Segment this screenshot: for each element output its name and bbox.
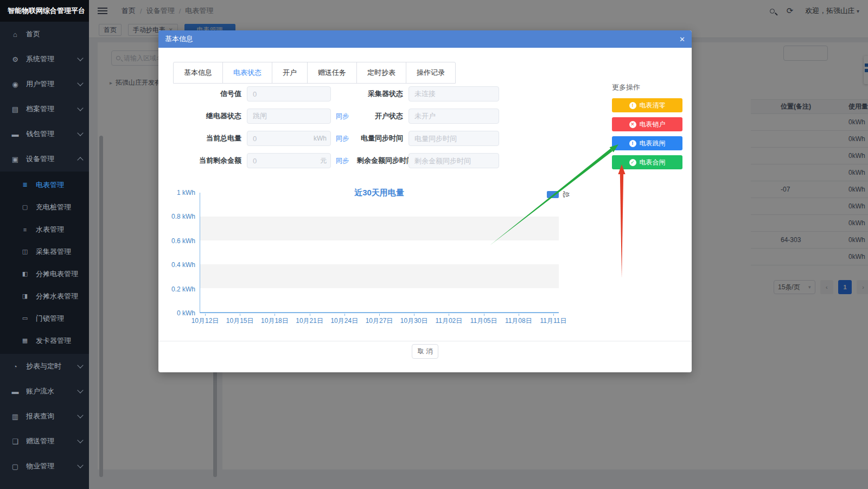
- sidebar-item-property[interactable]: ▢物业管理: [0, 454, 89, 479]
- unit-suffix: 元: [320, 153, 327, 168]
- x-axis-label: 10月12日: [188, 316, 222, 326]
- app-logo: 智能物联网综合管理平台: [0, 0, 89, 22]
- sidebar-item-card-issuer[interactable]: ▦发卡器管理: [0, 329, 89, 352]
- field-继电器状态: [247, 109, 331, 124]
- input-采集器状态[interactable]: [409, 86, 499, 101]
- shared-water-meter-icon: ◨: [21, 293, 29, 300]
- input-剩余金额同步时间[interactable]: [409, 153, 499, 168]
- sidebar-item-label: 分摊电表管理: [36, 269, 82, 279]
- x-axis-label: 11月05日: [467, 316, 501, 326]
- legend-swatch: [547, 191, 559, 198]
- x-axis-tick: [344, 314, 345, 316]
- field-label: 当前总电量: [158, 134, 247, 143]
- sidebar-item-label: 账户流水: [26, 386, 78, 396]
- sidebar-item-dashboard[interactable]: ⌂首页: [0, 22, 89, 47]
- op-button-电表销户[interactable]: ✕电表销户: [612, 117, 682, 131]
- tab-定时抄表[interactable]: 定时抄表: [357, 62, 406, 83]
- app-root: 智能物联网综合管理平台 ⌂首页⚙系统管理◉用户管理▤档案管理▬钱包管理▣设备管理…: [0, 0, 868, 489]
- user-icon: ◉: [11, 80, 20, 88]
- gift-icon: ❑: [11, 437, 20, 446]
- chart-plot-area: [200, 193, 559, 313]
- sidebar-item-meter-reading-timer[interactable]: ◔抄表与定时: [0, 354, 89, 379]
- sidebar-item-wallet[interactable]: ▬钱包管理: [0, 122, 89, 147]
- y-axis-label: 0.2 kWh: [163, 285, 195, 293]
- form-row: 继电器状态同步开户状态: [158, 109, 576, 124]
- sidebar-item-collector[interactable]: ◫采集器管理: [0, 240, 89, 263]
- x-axis-tick: [414, 314, 414, 316]
- y-axis-label: 0.4 kWh: [163, 261, 195, 269]
- chart-band: [200, 264, 559, 288]
- sidebar-item-label: 采集器管理: [36, 247, 82, 257]
- op-button-电表合闸[interactable]: ✓电表合闸: [612, 155, 682, 169]
- x-axis-tick: [519, 314, 519, 316]
- close-icon[interactable]: ✕: [679, 35, 685, 43]
- field-label: 采集器状态: [357, 89, 409, 99]
- tab-操作记录[interactable]: 操作记录: [406, 62, 455, 83]
- field-label: 电量同步时间: [357, 134, 409, 143]
- report-query-icon: ▥: [11, 412, 20, 421]
- input-信号值[interactable]: [247, 86, 331, 101]
- x-axis-label: 11月02日: [431, 316, 466, 326]
- sidebar-item-report-query[interactable]: ▥报表查询: [0, 404, 89, 429]
- sidebar-item-user[interactable]: ◉用户管理: [0, 72, 89, 97]
- sidebar-item-electric-meter[interactable]: ≣电表管理: [0, 174, 89, 196]
- sidebar-item-account-flow[interactable]: ▬账户流水: [0, 379, 89, 404]
- sidebar-item-gift[interactable]: ❑赠送管理: [0, 429, 89, 454]
- dialog-tabs: 基本信息电表状态开户赠送任务定时抄表操作记录: [173, 62, 456, 84]
- sidebar-item-label: 门锁管理: [36, 314, 82, 323]
- sidebar-item-device[interactable]: ▣设备管理: [0, 147, 89, 172]
- field-label: 剩余金额同步时间: [357, 156, 409, 166]
- sidebar-item-shared-water-meter[interactable]: ◨分摊水表管理: [0, 285, 89, 307]
- cancel-button[interactable]: 取 消: [412, 344, 438, 359]
- sidebar-item-label: 分摊水表管理: [36, 291, 82, 301]
- sync-link[interactable]: 同步: [331, 112, 357, 121]
- chevron-down-icon: [77, 105, 83, 111]
- sidebar-item-label: 抄表与定时: [26, 361, 78, 371]
- legend-label: 总: [561, 192, 571, 198]
- sidebar-item-label: 发卡器管理: [36, 336, 82, 346]
- op-button-电表跳闸[interactable]: !电表跳闸: [612, 136, 682, 150]
- chart-band: [200, 240, 559, 264]
- chevron-down-icon: [77, 437, 83, 443]
- sidebar-item-door-lock[interactable]: ▭门锁管理: [0, 307, 89, 329]
- chart-legend[interactable]: 总: [547, 190, 569, 199]
- chevron-up-icon: [77, 157, 83, 163]
- sidebar-item-label: 电表管理: [36, 180, 82, 190]
- sidebar-item-gear[interactable]: ⚙系统管理: [0, 47, 89, 72]
- x-axis-tick: [484, 314, 484, 316]
- sidebar-item-archive[interactable]: ▤档案管理: [0, 97, 89, 122]
- sidebar: 智能物联网综合管理平台 ⌂首页⚙系统管理◉用户管理▤档案管理▬钱包管理▣设备管理…: [0, 0, 89, 489]
- y-axis-label: 1 kWh: [163, 189, 195, 196]
- sync-link[interactable]: 同步: [331, 134, 357, 143]
- field-开户状态: [409, 109, 499, 124]
- chevron-down-icon: [77, 462, 83, 468]
- input-当前剩余金额[interactable]: [247, 153, 331, 168]
- sidebar-item-water-meter[interactable]: ≡水表管理: [0, 218, 89, 240]
- tab-基本信息[interactable]: 基本信息: [174, 62, 223, 83]
- collector-icon: ◫: [21, 248, 29, 255]
- x-axis-tick: [379, 314, 380, 316]
- charging-pile-icon: ▢: [21, 204, 29, 211]
- tab-开户[interactable]: 开户: [272, 62, 308, 83]
- account-flow-icon: ▬: [11, 388, 20, 396]
- meter-reading-timer-icon: ◔: [11, 363, 20, 371]
- dialog-header: 基本信息 ✕: [158, 30, 692, 48]
- input-开户状态[interactable]: [409, 109, 499, 124]
- input-继电器状态[interactable]: [247, 109, 331, 124]
- field-label: 信号值: [158, 89, 247, 99]
- sidebar-item-shared-electric-meter[interactable]: ◧分摊电表管理: [0, 263, 89, 285]
- y-axis-label: 0 kWh: [163, 309, 195, 317]
- sidebar-item-charging-pile[interactable]: ▢充电桩管理: [0, 196, 89, 218]
- input-电量同步时间[interactable]: [409, 131, 499, 146]
- x-axis-tick: [275, 314, 275, 316]
- tab-赠送任务[interactable]: 赠送任务: [308, 62, 357, 83]
- x-axis-label: 10月24日: [327, 316, 362, 326]
- sidebar-item-label: 水表管理: [36, 225, 82, 234]
- x-axis-tick: [205, 314, 206, 316]
- sidebar-item-label: 物业管理: [26, 461, 78, 471]
- card-issuer-icon: ▦: [21, 337, 29, 344]
- chevron-down-icon: [77, 55, 83, 61]
- sync-link[interactable]: 同步: [331, 156, 357, 166]
- tab-电表状态[interactable]: 电表状态: [223, 62, 272, 83]
- op-button-电表清零[interactable]: !电表清零: [612, 98, 682, 112]
